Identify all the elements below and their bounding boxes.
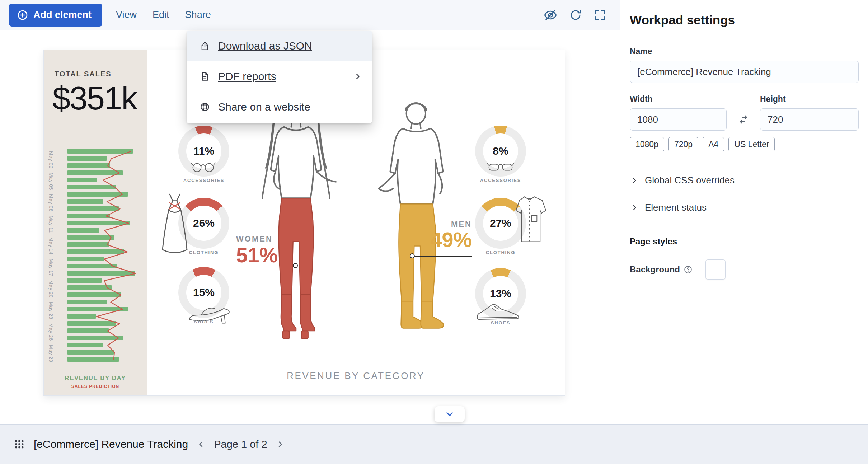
accordion-label: Global CSS overrides [645,175,735,186]
revenue-by-day-label: REVENUE BY DAY [44,375,147,382]
workpad-name-input[interactable] [630,61,859,83]
global-css-overrides-accordion[interactable]: Global CSS overrides [630,167,859,194]
chevron-right-icon [630,203,639,212]
next-page-button[interactable] [435,406,465,422]
men-percent: 49% [425,230,472,249]
background-color-swatch[interactable] [705,259,726,280]
next-page-footer-button[interactable] [275,439,285,449]
element-status-accordion[interactable]: Element status [630,194,859,221]
women-pointer-marker [293,263,298,268]
accordion-label: Element status [645,202,707,213]
grid-icon [14,439,25,450]
share-dropdown-menu: Download as JSON PDF reports [187,31,372,123]
menu-share[interactable]: Share [185,9,211,20]
chevron-right-icon [630,176,639,185]
workpad-footer-bar: [eCommerce] Revenue Tracking Page 1 of 2 [0,424,868,464]
donut-label: ACCESSORIES [461,178,540,183]
share-menu-item-share-website[interactable]: Share on a website [187,92,372,122]
height-input[interactable] [760,108,859,131]
globe-icon [200,102,210,112]
add-element-button[interactable]: Add element [9,4,102,27]
chevron-right-icon [275,439,285,449]
dress-icon [159,193,190,254]
women-label: WOMEN [236,234,278,244]
menu-edit[interactable]: Edit [153,9,169,20]
page-styles-title: Page styles [630,236,859,247]
share-menu-item-download-json[interactable]: Download as JSON [187,31,372,61]
settings-panel-title: Workpad settings [630,13,859,27]
hide-toolbar-button[interactable] [543,8,558,22]
help-icon[interactable] [684,265,693,274]
size-presets: 1080p 720p A4 US Letter [630,137,859,151]
workpad-settings-panel: Workpad settings Name Width Height [620,0,868,424]
plus-circle-icon [17,9,28,21]
total-sales-label: TOTAL SALES [55,70,112,78]
export-icon [200,41,210,51]
women-pointer-line [235,266,292,266]
pages-grid-button[interactable] [14,439,25,450]
share-menu-item-label: Share on a website [218,101,310,113]
chevron-left-icon [196,439,206,449]
bar-chart-bars [67,149,139,365]
top-menu: View Edit Share [116,9,211,20]
men-pointer-marker [410,253,415,258]
total-sales-value: $351k [52,80,137,117]
refresh-button[interactable] [569,9,582,22]
document-icon [200,71,210,82]
men-share-callout: MEN 49% [425,220,472,249]
name-label: Name [630,47,859,56]
preset-720p-button[interactable]: 720p [668,137,698,151]
refresh-icon [569,9,582,22]
donut-percent: 26% [186,206,221,241]
preset-1080p-button[interactable]: 1080p [630,137,664,151]
menu-view[interactable]: View [116,9,137,20]
main-area: Add element View Edit Share [0,0,620,424]
add-element-label: Add element [33,9,92,20]
share-menu-item-label: PDF reports [218,70,276,83]
height-label: Height [760,94,859,104]
upper-region: Add element View Edit Share [0,0,868,424]
previous-page-button[interactable] [196,439,206,449]
background-setting-row: Background [630,259,859,280]
donut-label: CLOTHING [164,250,243,255]
page-navigation: Page 1 of 2 [196,439,285,450]
men-pointer-line [413,256,472,257]
share-menu-item-label: Download as JSON [218,40,312,52]
share-menu-item-pdf-reports[interactable]: PDF reports [187,61,372,92]
toolbar-icons [543,8,606,22]
sales-prediction-label: SALES PREDICTION [44,384,147,389]
preset-us-letter-button[interactable]: US Letter [728,137,775,151]
swap-dimensions-icon[interactable] [738,114,749,125]
width-label: Width [630,94,727,104]
eye-slash-icon [543,8,558,22]
background-label: Background [630,264,680,275]
woman-figure-illustration[interactable] [235,91,357,344]
workpad-toolbar: Add element View Edit Share [0,0,620,30]
bar-chart-dates: May 02May 05May 08May 11May 14May 17May … [48,150,57,366]
donut-label: SHOES [461,320,540,325]
glasses-icon [190,161,217,173]
donut-label: SHOES [164,319,243,324]
revenue-by-category-label: REVENUE BY CATEGORY [147,370,565,381]
donut-label: ACCESSORIES [164,178,243,183]
women-percent: 51% [236,245,278,265]
total-sales-panel[interactable]: TOTAL SALES $351k May 02May 05May 08May … [44,50,147,395]
chevron-right-icon [353,71,363,81]
preset-a4-button[interactable]: A4 [703,137,724,151]
fullscreen-icon [593,9,606,22]
fullscreen-button[interactable] [593,9,606,22]
canvas-app: Add element View Edit Share [0,0,868,464]
footer-workpad-name: [eCommerce] Revenue Tracking [34,438,188,450]
settings-accordion: Global CSS overrides Element status [630,167,859,221]
women-share-callout: WOMEN 51% [236,234,278,265]
sunglasses-icon [487,161,514,173]
boot-icon [474,300,522,323]
page-indicator: Page 1 of 2 [211,439,270,450]
width-input[interactable] [630,108,727,131]
shirt-icon [511,194,548,245]
chevron-down-icon [444,408,455,420]
donut-label: CLOTHING [461,250,540,255]
